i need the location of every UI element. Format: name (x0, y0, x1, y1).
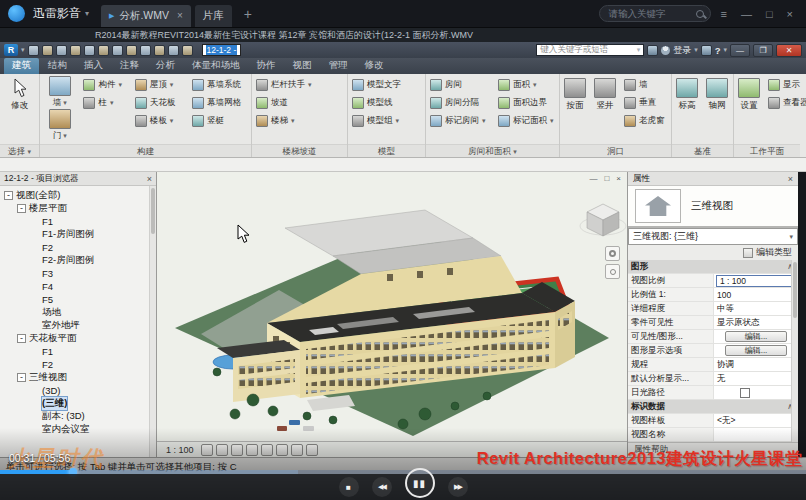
property-row[interactable]: 日光路径 (628, 386, 798, 400)
floor-button[interactable]: 楼板▾ (132, 112, 187, 130)
tree-item[interactable]: - 三维视图 (0, 371, 156, 384)
align-icon[interactable] (126, 45, 137, 56)
property-row[interactable]: 图形显示选项 编辑... (628, 344, 798, 358)
render-icon[interactable] (182, 45, 193, 56)
player-search[interactable] (599, 5, 711, 22)
property-row[interactable]: 默认分析显示... 无 (628, 372, 798, 386)
undo-icon[interactable] (70, 45, 81, 56)
property-row[interactable]: 规程 协调 (628, 358, 798, 372)
view-close-icon[interactable]: × (616, 174, 621, 183)
shadows-icon[interactable] (246, 444, 258, 456)
sun-path-icon[interactable] (231, 444, 243, 456)
drawing-area[interactable]: — □ × (157, 172, 627, 441)
zoom-button[interactable] (605, 264, 620, 279)
project-browser-header[interactable]: 12-1-2 - 项目浏览器 × (0, 172, 156, 186)
panel-label-model[interactable]: 模型 (348, 144, 425, 157)
tree-item[interactable]: F1-房间图例 (0, 228, 156, 241)
show-crop-icon[interactable] (276, 444, 288, 456)
door-button[interactable]: 门▾ (41, 109, 78, 142)
view-restore-icon[interactable]: □ (604, 174, 609, 183)
ribbon-tab[interactable]: 分析 (148, 58, 183, 74)
panel-label-room-area[interactable]: 房间和面积 ▾ (426, 144, 559, 157)
property-row[interactable]: 视图比例 1 : 100 (628, 274, 798, 288)
ribbon-tab[interactable]: 结构 (40, 58, 75, 74)
area-boundary-button[interactable]: 面积边界 (495, 94, 557, 112)
tag-room-button[interactable]: 标记房间▾ (427, 112, 493, 130)
model-text-button[interactable]: 模型文字 (349, 76, 404, 94)
reveal-hidden-icon[interactable] (306, 444, 318, 456)
tree-item[interactable]: F1 (0, 215, 156, 228)
revit-minimize-icon[interactable]: — (730, 44, 750, 57)
properties-scrollbar[interactable] (791, 260, 798, 442)
railing-button[interactable]: 栏杆扶手▾ (253, 76, 315, 94)
property-row[interactable]: 详细程度 中等 (628, 302, 798, 316)
panel-label-workplane[interactable]: 工作平面 (734, 144, 800, 157)
ribbon-tab[interactable]: 注释 (112, 58, 147, 74)
revit-close-icon[interactable]: ✕ (776, 44, 802, 57)
properties-header[interactable]: 属性 × (628, 172, 798, 186)
browser-close-icon[interactable]: × (147, 174, 152, 184)
tab-close-icon[interactable]: × (177, 10, 183, 21)
revit-search-box[interactable]: 键入关键字或短语▾ (536, 44, 644, 56)
area-button[interactable]: 面积▾ (495, 76, 557, 94)
player-search-input[interactable] (606, 7, 692, 20)
player-menu-caret-icon[interactable]: ▾ (85, 9, 89, 18)
type-selector[interactable]: 三维视图: {三维} ▾ (628, 228, 798, 245)
shaft-button[interactable]: 竖井 (591, 76, 619, 114)
revit-restore-icon[interactable]: ❐ (753, 44, 773, 57)
ribbon-tab[interactable]: 管理 (321, 58, 356, 74)
view-name-box[interactable]: 12-1-2 - (202, 44, 242, 56)
help-button[interactable]: ? (715, 45, 721, 56)
stop-button[interactable] (339, 477, 359, 497)
sign-in-button[interactable]: 登录▾ (661, 44, 698, 57)
tree-item[interactable]: - 楼层平面 (0, 202, 156, 215)
sync-icon[interactable] (56, 45, 67, 56)
section-icon[interactable] (168, 45, 179, 56)
ribbon-tab[interactable]: 协作 (249, 58, 284, 74)
tag-icon[interactable] (140, 45, 151, 56)
steering-wheel-button[interactable] (605, 246, 620, 261)
panel-label-opening[interactable]: 洞口 (560, 144, 671, 157)
viewer-button[interactable]: 查看器 (765, 94, 806, 112)
mullion-button[interactable]: 竖梃 (189, 112, 250, 130)
tree-item[interactable]: F3 (0, 267, 156, 280)
curtain-system-button[interactable]: 幕墙系统 (189, 76, 250, 94)
view-minimize-icon[interactable]: — (589, 174, 597, 183)
property-row[interactable]: 零件可见性 显示原状态 (628, 316, 798, 330)
play-pause-button[interactable] (405, 468, 435, 498)
tree-expand-icon[interactable]: - (17, 204, 26, 213)
tree-item[interactable]: F1 (0, 345, 156, 358)
stair-button[interactable]: 楼梯▾ (253, 112, 315, 130)
minimize-icon[interactable]: — (736, 8, 757, 20)
new-tab-button[interactable]: + (236, 6, 260, 22)
property-value[interactable]: 无 (714, 373, 798, 385)
modify-button[interactable]: 修改 (8, 76, 31, 114)
ribbon-tab[interactable]: 建筑 (4, 58, 39, 74)
property-row[interactable]: 视图名称 (628, 428, 798, 442)
property-row[interactable]: 标识数据 (628, 400, 798, 414)
roof-button[interactable]: 屋顶▾ (132, 76, 187, 94)
opening-by-face-button[interactable]: 按面 (561, 76, 589, 114)
open-icon[interactable] (28, 45, 39, 56)
revit-app-button[interactable]: R (4, 44, 18, 56)
exchange-apps-icon[interactable] (701, 45, 712, 56)
search-icon[interactable] (696, 10, 704, 18)
component-button[interactable]: 构件▾ (80, 76, 129, 94)
edit-type-button[interactable]: 编辑类型 (628, 245, 798, 260)
binoculars-icon[interactable] (647, 45, 658, 56)
dormer-button[interactable]: 老虎窗 (621, 112, 668, 130)
print-icon[interactable] (98, 45, 109, 56)
tree-item[interactable]: - 视图(全部) (0, 189, 156, 202)
player-tab-video[interactable]: ▶ 分析.WMV × (101, 5, 191, 27)
help-caret-icon[interactable]: ▾ (723, 46, 727, 54)
grid-button[interactable]: 轴网 (703, 76, 731, 114)
tree-expand-icon[interactable]: - (17, 334, 26, 343)
tree-item[interactable]: - 天花板平面 (0, 332, 156, 345)
wall-button[interactable]: 墙▾ (41, 76, 78, 109)
ceiling-button[interactable]: 天花板 (132, 94, 187, 112)
column-button[interactable]: 柱▾ (80, 94, 129, 112)
property-value[interactable] (740, 388, 750, 398)
detail-level-icon[interactable] (201, 444, 213, 456)
player-tab-library[interactable]: 片库 (195, 5, 232, 27)
tree-item[interactable]: (三维) (0, 397, 156, 410)
